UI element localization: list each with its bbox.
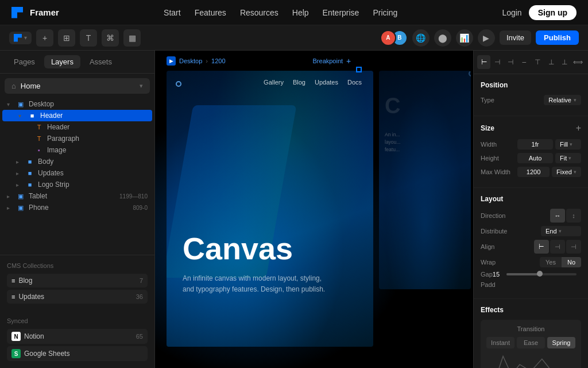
position-type-row: Type Relative ▾ (481, 95, 581, 105)
layer-header-child[interactable]: ▸ T Header (0, 121, 154, 133)
layer-image[interactable]: ▸ ▪ Image (0, 144, 154, 156)
distribute-select[interactable]: End ▾ (541, 226, 581, 236)
synced-notion[interactable]: N Notion 65 (7, 329, 148, 344)
size-section: Size + Width 1fr Fill ▾ Height Auto Fit … (474, 116, 588, 188)
toolbar-center: A B 🌐 ⬤ 📊 ▶ Invite Publish (380, 29, 579, 47)
layer-updates[interactable]: ▸ ■ Updates (0, 167, 154, 179)
height-type-select[interactable]: Fit ▾ (555, 153, 581, 163)
wrap-label: Wrap (481, 259, 496, 266)
signup-button[interactable]: Sign up (529, 5, 577, 20)
page-selector[interactable]: ⌂ Home ▾ (5, 78, 150, 94)
component-button[interactable]: ⌘ (102, 29, 119, 47)
width-input[interactable]: 1fr (517, 139, 553, 150)
type-value-select[interactable]: Relative ▾ (544, 95, 581, 105)
layer-header-selected[interactable]: ▾ ■ Header (2, 110, 152, 121)
layer-logostrip[interactable]: ▸ ■ Logo Strip (0, 179, 154, 190)
play-button[interactable]: ▶ (478, 29, 495, 47)
text-icon: T (34, 135, 44, 142)
align-left-button[interactable]: ⊢ (534, 240, 549, 254)
publish-button[interactable]: Publish (536, 30, 579, 45)
add-breakpoint-button[interactable]: + (346, 56, 351, 66)
transition-ease-button[interactable]: Ease (517, 337, 545, 348)
layers-panel-content: ⌂ Home ▾ ▾ ▣ Desktop ▾ ■ Header ▸ T H (0, 74, 154, 255)
login-button[interactable]: Login (502, 8, 521, 17)
toggle-icon: ▸ (7, 205, 16, 211)
nav-item-updates: Updates (315, 79, 338, 86)
tab-pages[interactable]: Pages (7, 55, 42, 68)
layer-paragraph[interactable]: ▸ T Paragraph (0, 133, 154, 144)
top-navigation: Framer Start Features Resources Help Ent… (0, 0, 588, 25)
chevron-down-icon: ▾ (559, 228, 562, 234)
align-center-button[interactable]: ⊣ (550, 240, 565, 254)
canvas-area[interactable]: ▶ Desktop › 1200 Breakpoint + Gallery Bl… (155, 51, 473, 368)
frame-size-label: 1200 (211, 57, 225, 64)
direction-vertical-button[interactable]: ↕ (566, 209, 581, 223)
cms-icon: ≡ (11, 277, 15, 284)
effects-section: Effects Transition Instant Ease Spring A… (474, 299, 588, 368)
layer-body[interactable]: ▸ ■ Body (0, 156, 154, 167)
component-icon: ■ (25, 170, 34, 177)
maxwidth-input[interactable]: 1200 (517, 167, 550, 177)
align-left-icon[interactable]: ⊢ (477, 55, 490, 69)
synced-item-name: Google Sheets (24, 350, 69, 358)
layer-phone[interactable]: ▸ ▣ Phone 809-0 (0, 202, 154, 213)
table-button[interactable]: ▦ (123, 29, 141, 47)
nav-link-help[interactable]: Help (292, 8, 309, 17)
cms-item-updates[interactable]: ≡ Updates 36 (7, 290, 148, 304)
nav-link-pricing[interactable]: Pricing (373, 8, 397, 17)
type-value: Relative (548, 97, 571, 103)
distribute-value: End (546, 228, 557, 235)
maxwidth-type-select[interactable]: Fixed ▾ (552, 167, 581, 177)
wrap-yes-option[interactable]: Yes (540, 257, 562, 267)
add-element-button[interactable]: + (36, 29, 53, 47)
transition-title: Transition (486, 325, 575, 332)
align-top-icon[interactable]: ⊤ (531, 55, 544, 69)
invite-button[interactable]: Invite (500, 30, 531, 45)
size-add-button[interactable]: + (576, 123, 581, 133)
nav-item-docs: Docs (347, 79, 362, 86)
align-right-button[interactable]: ⊣ (566, 240, 581, 254)
nav-link-enterprise[interactable]: Enterprise (323, 8, 359, 17)
height-input[interactable]: Auto (517, 153, 553, 163)
padding-row: Padd (481, 281, 581, 288)
distribute-icon[interactable]: ⟺ (571, 55, 585, 69)
gap-slider[interactable] (506, 273, 577, 275)
transition-spring-button[interactable]: Spring (547, 337, 575, 348)
direction-row: Direction ↔ ↕ (481, 209, 581, 223)
nav-link-start[interactable]: Start (164, 8, 181, 17)
align-label: Align (481, 243, 494, 250)
wrap-no-option[interactable]: No (562, 257, 581, 267)
tab-assets[interactable]: Assets (83, 55, 119, 68)
align-middle-icon[interactable]: ⊥ (544, 55, 558, 69)
position-section-title: Position (481, 81, 581, 89)
cms-item-blog[interactable]: ≡ Blog 7 (7, 274, 148, 288)
transition-instant-button[interactable]: Instant (486, 337, 514, 348)
tablet-dot (469, 71, 471, 76)
cookie-icon[interactable]: ⬤ (434, 29, 451, 47)
globe-icon[interactable]: 🌐 (412, 29, 430, 47)
gap-label: Gap (481, 271, 493, 278)
layer-desktop[interactable]: ▾ ▣ Desktop (0, 98, 154, 110)
tablet-frame-preview: ▶ Tablet C An in...layou...featu... (379, 71, 471, 289)
align-right-icon[interactable]: ⊣ (504, 55, 517, 69)
analytics-icon[interactable]: 📊 (456, 29, 473, 47)
grid-view-button[interactable]: ⊞ (58, 29, 75, 47)
layer-tablet[interactable]: ▸ ▣ Tablet 1199—810 (0, 190, 154, 202)
gap-slider-thumb[interactable] (537, 271, 543, 277)
synced-google-sheets[interactable]: S Google Sheets (7, 346, 148, 361)
tab-layers[interactable]: Layers (44, 55, 80, 68)
layer-name: Paragraph (47, 135, 148, 143)
nav-link-resources[interactable]: Resources (240, 8, 278, 17)
nav-link-features[interactable]: Features (195, 8, 226, 17)
height-label: Height (481, 155, 515, 162)
component-icon: ■ (28, 112, 37, 119)
remove-icon[interactable]: – (517, 55, 531, 69)
logo-menu-button[interactable]: ▾ (9, 32, 32, 44)
direction-horizontal-button[interactable]: ↔ (550, 209, 565, 223)
chevron-down-icon: ▾ (574, 97, 577, 103)
width-type-select[interactable]: Fill ▾ (555, 139, 581, 150)
align-center-h-icon[interactable]: ⊣ (490, 55, 504, 69)
align-bottom-icon[interactable]: ⊥ (558, 55, 571, 69)
text-tool-button[interactable]: T (80, 29, 97, 47)
chevron-down-icon: ▾ (568, 155, 571, 161)
